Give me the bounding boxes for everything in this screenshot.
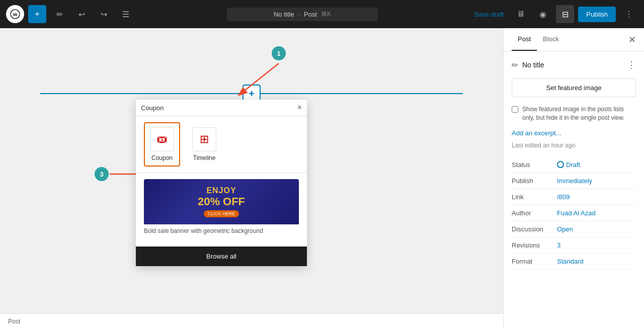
jetpack-button[interactable]: ◉ — [534, 5, 552, 23]
cmd-shortcut: ⌘K — [321, 11, 331, 18]
preview-click-button: CLICK HERE — [204, 210, 239, 217]
redo-button[interactable]: ↪ — [95, 5, 113, 23]
block-item-timeline[interactable]: ⊞ Timeline — [186, 122, 222, 167]
featured-image-checkbox[interactable] — [512, 106, 518, 113]
block-item-coupon[interactable]: 🎟 Coupon — [144, 122, 180, 167]
set-featured-image-button[interactable]: Set featured image — [512, 78, 636, 97]
status-value[interactable]: Draft — [566, 161, 580, 169]
topbar: W + ✏ ↩ ↪ ☰ No title · Post ⌘K Save draf… — [0, 0, 644, 28]
publish-button[interactable]: Publish — [578, 7, 616, 22]
publish-label: Publish — [512, 177, 557, 185]
preview-enjoy-text: ENJOY — [206, 186, 236, 195]
featured-image-checkbox-row: Show featured image in the posts lists o… — [512, 105, 636, 122]
add-excerpt-link[interactable]: Add an excerpt... — [512, 129, 636, 137]
right-panel: Post Block ✕ ✏ No title ⋮ Set featured i… — [503, 28, 644, 329]
pencil-icon: ✏ — [512, 60, 518, 70]
tab-block[interactable]: Block — [537, 28, 565, 51]
publish-row: Publish Immediately — [512, 173, 636, 189]
panel-tabs: Post Block ✕ — [504, 28, 644, 51]
link-label: Link — [512, 193, 557, 201]
link-row: Link /809 — [512, 189, 636, 205]
post-type-separator: · — [298, 11, 300, 18]
featured-image-checkbox-label: Show featured image in the posts lists o… — [522, 105, 636, 122]
svg-text:W: W — [13, 12, 18, 17]
format-row: Format Standard — [512, 254, 636, 270]
post-type-label: Post — [304, 11, 317, 18]
title-area: No title · Post ⌘K — [139, 8, 466, 21]
status-dot-icon — [557, 161, 564, 168]
status-row: Status Draft — [512, 157, 636, 173]
bottom-bar: Post — [0, 313, 503, 329]
coupon-block-icon: 🎟 — [150, 127, 174, 151]
picker-close-button[interactable]: × — [297, 104, 302, 112]
save-draft-button[interactable]: Save draft — [470, 8, 508, 21]
last-edited-text: Last edited an hour ago. — [512, 142, 636, 149]
wp-logo: W — [6, 5, 24, 23]
author-label: Author — [512, 209, 557, 217]
post-title-section: ✏ No title ⋮ — [512, 59, 636, 70]
block-search-input[interactable] — [141, 104, 293, 112]
format-label: Format — [512, 258, 557, 265]
panel-close-button[interactable]: ✕ — [628, 28, 636, 51]
view-button[interactable]: 🖥 — [512, 5, 530, 23]
document-title-pill[interactable]: No title · Post ⌘K — [227, 8, 378, 21]
add-block-button[interactable]: + — [28, 5, 46, 23]
topbar-right: Save draft 🖥 ◉ ⊟ Publish ⋮ — [470, 5, 638, 23]
revisions-row: Revisions 3 — [512, 237, 636, 254]
settings-button[interactable]: ⊟ — [556, 5, 574, 23]
document-title: No title — [274, 11, 294, 18]
bottom-bar-label: Post — [8, 318, 20, 325]
preview-image: ENJOY 20% OFF CLICK HERE — [144, 179, 299, 224]
post-title-text: No title — [522, 61, 623, 69]
timeline-block-label: Timeline — [193, 154, 216, 161]
tab-post[interactable]: Post — [512, 28, 537, 51]
link-value[interactable]: /809 — [557, 193, 570, 201]
tools-button[interactable]: ✏ — [50, 5, 68, 23]
more-options-button[interactable]: ⋮ — [620, 5, 638, 23]
preview-description: Bold sale banner with geometric backgrou… — [144, 224, 299, 238]
author-row: Author Fuad Al Azad — [512, 205, 636, 221]
picker-blocks-row: 🎟 Coupon ⊞ Timeline — [136, 116, 307, 173]
revisions-value[interactable]: 3 — [557, 241, 560, 249]
publish-value[interactable]: Immediately — [557, 177, 592, 185]
list-view-button[interactable]: ☰ — [117, 5, 135, 23]
timeline-block-icon: ⊞ — [192, 127, 216, 151]
discussion-row: Discussion Open — [512, 221, 636, 237]
step-3-circle: 3 — [95, 167, 109, 181]
panel-body: ✏ No title ⋮ Set featured image Show fea… — [504, 51, 644, 329]
preview-card: ENJOY 20% OFF CLICK HERE Bold sale banne… — [144, 179, 299, 238]
author-value[interactable]: Fuad Al Azad — [557, 209, 596, 217]
discussion-value[interactable]: Open — [557, 225, 573, 233]
step-1-circle: 1 — [272, 46, 286, 60]
undo-button[interactable]: ↩ — [72, 5, 91, 23]
coupon-block-label: Coupon — [151, 154, 173, 161]
browse-all-button[interactable]: Browse all — [136, 246, 307, 266]
format-value[interactable]: Standard — [557, 258, 584, 265]
editor-area: 1 2 3 + — [0, 28, 503, 329]
status-label: Status — [512, 161, 557, 169]
preview-discount-text: 20% OFF — [198, 195, 245, 208]
discussion-label: Discussion — [512, 225, 557, 233]
block-picker-panel: × 🎟 Coupon ⊞ Timeline — [136, 100, 307, 266]
revisions-label: Revisions — [512, 241, 557, 249]
main-layout: 1 2 3 + — [0, 28, 644, 329]
picker-search-row: × — [136, 100, 307, 116]
post-title-options-button[interactable]: ⋮ — [627, 59, 636, 70]
